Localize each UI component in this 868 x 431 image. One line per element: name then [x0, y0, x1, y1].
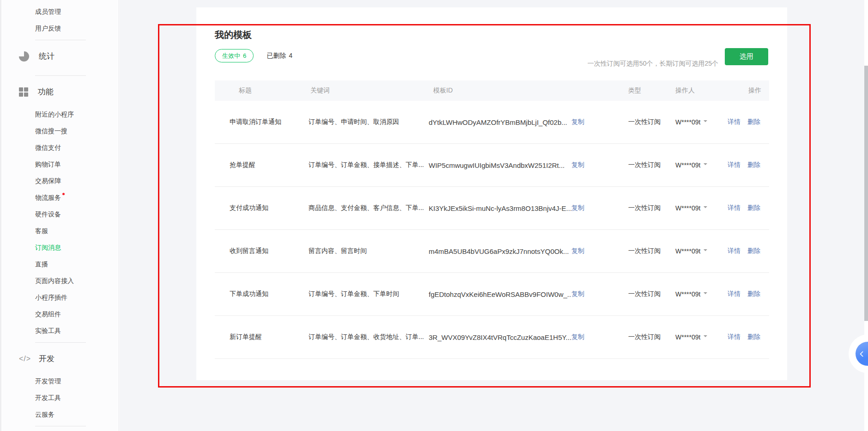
operator-dropdown[interactable]: W****09t [675, 118, 728, 126]
delete-link[interactable]: 删除 [747, 204, 760, 212]
sidebar-item-func-12[interactable]: 交易组件 [0, 306, 119, 322]
sidebar-item-func-11[interactable]: 小程序插件 [0, 289, 119, 306]
sidebar-section-label: 功能 [38, 86, 54, 97]
grid-icon [19, 87, 28, 97]
sidebar-item-func-3[interactable]: 购物订单 [0, 156, 119, 172]
sidebar-section-stats[interactable]: 统计 [0, 40, 119, 72]
template-title: 下单成功通知 [215, 290, 309, 298]
sidebar-item-func-4[interactable]: 交易保障 [0, 172, 119, 189]
operator-dropdown[interactable]: W****09t [675, 247, 728, 255]
template-type: 一次性订阅 [628, 204, 675, 212]
sidebar-item-0[interactable]: 成员管理 [0, 3, 119, 20]
detail-link[interactable]: 详情 [728, 247, 741, 255]
sidebar-item-func-10[interactable]: 页面内容接入 [0, 272, 119, 289]
page: 成员管理用户反馈 统计 功能 附近的小程序微信搜一搜微信支付购物订单交易保障物流… [0, 0, 868, 431]
template-keywords: 订单编号、订单金额、接单描述、下单... [309, 161, 429, 169]
template-keywords: 订单编号、订单金额、下单时间 [309, 290, 429, 298]
code-icon: </> [19, 355, 29, 363]
template-id: KI3YkJEx5ikSi-muNc-lyAs3rm8O13Bnjv4J-E..… [429, 204, 571, 212]
table-row: 申请取消订单通知订单编号、申请时间、取消原因dYtkLWHwODyAMZOfrY… [215, 101, 769, 144]
delete-link[interactable]: 删除 [747, 333, 760, 341]
chevron-down-icon [704, 249, 707, 253]
col-header-keywords: 关键词 [309, 86, 429, 95]
template-title: 申请取消订单通知 [215, 118, 309, 126]
sidebar-item-func-0[interactable]: 附近的小程序 [0, 106, 119, 123]
row-actions: 详情删除 [728, 290, 769, 298]
chevron-down-icon [704, 292, 707, 296]
template-keywords: 订单编号、申请时间、取消原因 [309, 118, 429, 126]
copy-template-id-link[interactable]: 复制 [571, 247, 628, 255]
sidebar-section-label: 开发 [39, 353, 55, 364]
tab-active-templates[interactable]: 生效中 6 [215, 49, 254, 62]
template-type: 一次性订阅 [628, 333, 675, 341]
row-actions: 详情删除 [728, 333, 769, 341]
sidebar-item-func-1[interactable]: 微信搜一搜 [0, 123, 119, 139]
copy-template-id-link[interactable]: 复制 [571, 333, 628, 341]
sidebar-item-dev-0[interactable]: 开发管理 [0, 373, 119, 389]
row-actions: 详情删除 [728, 118, 769, 126]
delete-link[interactable]: 删除 [747, 161, 760, 169]
copy-template-id-link[interactable]: 复制 [571, 118, 628, 126]
delete-link[interactable]: 删除 [747, 290, 760, 298]
detail-link[interactable]: 详情 [728, 333, 741, 341]
operator-dropdown[interactable]: W****09t [675, 290, 728, 298]
template-id: 3R_WVX09YvZ8IX4tVRqTccZuzKaoaE1H5Y... [429, 333, 571, 341]
detail-link[interactable]: 详情 [728, 290, 741, 298]
template-keywords: 留言内容、留言时间 [309, 247, 429, 255]
copy-template-id-link[interactable]: 复制 [571, 204, 628, 212]
chevron-left-icon [860, 351, 866, 357]
sidebar-item-func-7[interactable]: 客服 [0, 222, 119, 239]
detail-link[interactable]: 详情 [728, 118, 741, 126]
copy-template-id-link[interactable]: 复制 [571, 161, 628, 169]
sidebar-item-func-8[interactable]: 订阅消息 [0, 239, 119, 256]
red-dot-badge [62, 193, 65, 195]
template-title: 抢单提醒 [215, 161, 309, 169]
sidebar-item-1[interactable]: 用户反馈 [0, 20, 119, 37]
tab-count: 4 [289, 52, 292, 60]
sidebar-section-develop[interactable]: </> 开发 [0, 343, 119, 375]
templates-card: 我的模板 生效中 6 已删除 4 一次性订阅可选用50个，长期订阅可选用25个 … [196, 7, 787, 380]
copy-template-id-link[interactable]: 复制 [571, 290, 628, 298]
table-row: 下单成功通知订单编号、订单金额、下单时间fgEDtohzqVxKei6hEeWo… [215, 273, 769, 316]
detail-link[interactable]: 详情 [728, 161, 741, 169]
template-id: dYtkLWHwODyAMZOfrYBmBMjbLjI_Qf02b... [429, 118, 571, 126]
template-id: fgEDtohzqVxKei6hEeWoRSABBv9FOIW0w_... [429, 290, 571, 298]
sidebar-section-features[interactable]: 功能 [0, 76, 119, 108]
templates-table: 标题 关键词 模板ID 类型 操作人 操作 申请取消订单通知订单编号、申请时间、… [215, 80, 769, 359]
sidebar: 成员管理用户反馈 统计 功能 附近的小程序微信搜一搜微信支付购物订单交易保障物流… [0, 0, 119, 431]
template-title: 收到留言通知 [215, 247, 309, 255]
template-type: 一次性订阅 [628, 118, 675, 126]
sidebar-item-dev-2[interactable]: 云服务 [0, 406, 119, 423]
row-actions: 详情删除 [728, 247, 769, 255]
chevron-down-icon [704, 163, 707, 167]
sidebar-item-func-13[interactable]: 实验工具 [0, 322, 119, 339]
quota-note: 一次性订阅可选用50个，长期订阅可选用25个 [588, 60, 718, 68]
template-id: m4mBA5UB4bVUG6aPx9zkJ7nnotsYQ0Ok... [429, 247, 571, 255]
detail-link[interactable]: 详情 [728, 204, 741, 212]
sidebar-item-func-9[interactable]: 直播 [0, 256, 119, 272]
sidebar-item-func-2[interactable]: 微信支付 [0, 139, 119, 156]
operator-dropdown[interactable]: W****09t [675, 333, 728, 341]
row-actions: 详情删除 [728, 161, 769, 169]
tab-count: 6 [243, 52, 246, 59]
sidebar-item-func-5[interactable]: 物流服务 [0, 189, 119, 206]
col-header-template-id: 模板ID [429, 86, 571, 95]
scrollbar-thumb[interactable] [864, 66, 868, 321]
row-actions: 详情删除 [728, 204, 769, 212]
operator-dropdown[interactable]: W****09t [675, 204, 728, 212]
chevron-down-icon [704, 335, 707, 339]
select-template-button[interactable]: 选用 [725, 48, 768, 65]
pie-chart-icon [19, 51, 29, 62]
delete-link[interactable]: 删除 [747, 118, 760, 126]
operator-dropdown[interactable]: W****09t [675, 161, 728, 169]
sidebar-item-dev-1[interactable]: 开发工具 [0, 389, 119, 406]
table-row: 支付成功通知商品信息、支付金额、客户信息、下单...KI3YkJEx5ikSi-… [215, 187, 769, 230]
divider [35, 426, 86, 426]
operator-name: W****09t [675, 247, 700, 255]
tab-deleted-templates[interactable]: 已删除 4 [267, 52, 292, 60]
table-row: 新订单提醒订单编号、订单金额、收货地址、订单...3R_WVX09YvZ8IX4… [215, 316, 769, 359]
sidebar-item-func-6[interactable]: 硬件设备 [0, 206, 119, 222]
sidebar-edge-strip [0, 0, 1, 431]
delete-link[interactable]: 删除 [747, 247, 760, 255]
col-header-type: 类型 [628, 86, 675, 95]
